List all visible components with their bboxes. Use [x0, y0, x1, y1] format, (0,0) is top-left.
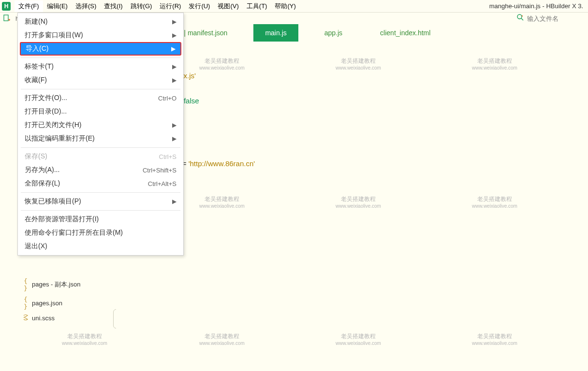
menubar-item[interactable]: 选择(S): [72, 0, 100, 12]
menu-item-label: 保存(S): [25, 152, 159, 161]
menu-item-label: 打开文件(O)...: [25, 94, 158, 102]
chevron-right-icon: ▶: [172, 198, 176, 205]
menubar-item[interactable]: 工具(T): [243, 0, 271, 12]
menu-item-label: 收藏(F): [25, 76, 172, 85]
menu-shortcut: Ctrl+S: [159, 153, 176, 160]
code-area[interactable]: e from 'vue'p from './App'tp from './htt…: [116, 42, 588, 236]
menu-item[interactable]: 使用命令行窗口打开所在目录(M): [18, 226, 183, 240]
menu-item-label: 导入(C): [26, 44, 171, 53]
menubar-item[interactable]: 视图(V): [214, 0, 242, 12]
menu-item[interactable]: 打开目录(D)...: [18, 105, 183, 118]
menu-item-label: 新建(N): [25, 17, 172, 26]
tree-item[interactable]: { }pages - 副本.json: [0, 275, 116, 294]
chevron-right-icon: ▶: [172, 32, 176, 39]
menu-item-label: 标签卡(T): [25, 62, 172, 71]
menu-item-label: 打开多窗口项目(W): [25, 31, 172, 40]
tree-item[interactable]: { }pages.json: [0, 294, 116, 312]
menubar-item[interactable]: 查找(I): [100, 0, 126, 12]
chevron-right-icon: ▶: [172, 77, 176, 84]
svg-point-3: [517, 14, 522, 19]
menu-shortcut: Ctrl+Shift+S: [143, 167, 176, 174]
menu-separator: [21, 147, 180, 148]
menu-shortcut: Ctrl+O: [158, 95, 176, 102]
json-file-icon: { }: [22, 296, 29, 310]
menu-item: 保存(S)Ctrl+S: [18, 150, 183, 163]
chevron-right-icon: ▶: [172, 135, 176, 142]
menu-separator: [21, 192, 180, 193]
menu-item-label: 在外部资源管理器打开(I): [25, 215, 176, 224]
svg-point-5: [522, 15, 523, 16]
menu-item-label: 打开目录(D)...: [25, 107, 176, 116]
chevron-right-icon: ▶: [171, 45, 176, 52]
menu-item[interactable]: 以指定编码重新打开(E)▶: [18, 132, 183, 145]
search-icon[interactable]: [516, 14, 524, 23]
menu-item[interactable]: 在外部资源管理器打开(I): [18, 213, 183, 226]
menu-separator: [21, 57, 180, 58]
menubar-item[interactable]: 发行(U): [185, 0, 214, 12]
menu-item-label: 全部保存(L): [25, 179, 148, 188]
menu-item[interactable]: 打开多窗口项目(W)▶: [18, 29, 183, 42]
scss-file-icon: [22, 314, 29, 322]
svg-line-4: [521, 18, 523, 20]
menu-item[interactable]: 另存为(A)...Ctrl+Shift+S: [18, 163, 183, 177]
chevron-right-icon: ▶: [172, 122, 176, 128]
menu-item-label: 退出(X): [25, 242, 176, 251]
menu-shortcut: Ctrl+Alt+S: [148, 180, 176, 187]
chevron-right-icon: ▶: [172, 18, 176, 25]
editor: manifest.json | manifest.jsonmain.jsapp.…: [116, 24, 588, 371]
menu-item-label: 打开已关闭文件(H): [25, 121, 172, 129]
menu-separator: [21, 210, 180, 211]
file-menu-dropdown: 新建(N)▶打开多窗口项目(W)▶导入(C)▶标签卡(T)▶收藏(F)▶打开文件…: [17, 13, 184, 256]
app-icon: H: [2, 2, 11, 11]
menu-item[interactable]: 导入(C)▶: [20, 42, 181, 56]
editor-tab[interactable]: main.js: [253, 24, 298, 42]
menubar-item[interactable]: 编辑(E): [43, 0, 72, 12]
menu-item[interactable]: 退出(X): [18, 240, 183, 253]
svg-rect-0: [4, 15, 8, 21]
menu-item[interactable]: 新建(N)▶: [18, 15, 183, 29]
menu-separator: [21, 89, 180, 89]
menubar-item[interactable]: 运行(R): [156, 0, 185, 12]
tree-item-label: pages.json: [32, 300, 62, 307]
new-file-icon[interactable]: [3, 14, 11, 22]
menu-item-label: 另存为(A)...: [25, 166, 143, 174]
menu-item-label: 恢复已移除项目(P): [25, 197, 172, 206]
menu-item[interactable]: 打开已关闭文件(H)▶: [18, 118, 183, 132]
editor-tab[interactable]: client_index.html: [368, 24, 442, 42]
chevron-right-icon: ▶: [172, 63, 176, 70]
menubar: H 文件(F)编辑(E)选择(S)查找(I)跳转(G)运行(R)发行(U)视图(…: [0, 0, 588, 13]
menubar-item[interactable]: 跳转(G): [127, 0, 156, 12]
tree-item-label: pages - 副本.json: [32, 280, 80, 289]
menu-item[interactable]: 收藏(F)▶: [18, 73, 183, 87]
menubar-item[interactable]: 文件(F): [15, 0, 43, 12]
menu-item-label: 使用命令行窗口打开所在目录(M): [25, 228, 176, 237]
editor-tab[interactable]: app.js: [313, 24, 354, 42]
search-input[interactable]: [527, 15, 585, 22]
tree-item[interactable]: uni.scss: [0, 312, 116, 324]
menu-item[interactable]: 打开文件(O)...Ctrl+O: [18, 91, 183, 105]
json-file-icon: { }: [22, 277, 29, 292]
tree-item-label: uni.scss: [32, 314, 55, 322]
menu-item[interactable]: 全部保存(L)Ctrl+Alt+S: [18, 177, 183, 190]
menu-item[interactable]: 标签卡(T)▶: [18, 60, 183, 73]
menubar-item[interactable]: 帮助(Y): [271, 0, 299, 12]
window-title: manghe-ui/main.js - HBuilder X 3.: [489, 2, 586, 10]
menu-item-label: 以指定编码重新打开(E): [25, 134, 172, 143]
editor-tabs: manifest.json | manifest.jsonmain.jsapp.…: [116, 24, 588, 42]
menu-item[interactable]: 恢复已移除项目(P)▶: [18, 195, 183, 208]
